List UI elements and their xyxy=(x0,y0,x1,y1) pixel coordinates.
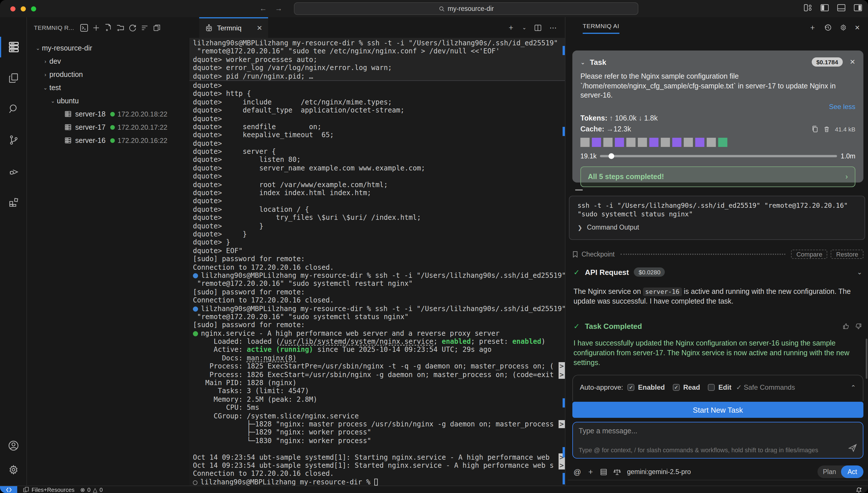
auto-approve-option-read[interactable]: ✓Read xyxy=(673,383,700,391)
new-folder-icon[interactable] xyxy=(116,23,125,31)
open-terminal-icon[interactable] xyxy=(80,23,88,32)
remote-indicator[interactable] xyxy=(0,486,17,493)
context-slider-knob[interactable] xyxy=(608,153,614,159)
sidebar-item-run-debug[interactable] xyxy=(0,159,27,183)
tree-item-server-18[interactable]: server-18172.20.20.18:22 xyxy=(27,107,189,121)
chevron-up-icon[interactable]: ⌃ xyxy=(851,384,856,391)
tree-item-dev[interactable]: ›dev xyxy=(27,55,189,68)
panel-separator xyxy=(568,480,868,480)
forward-icon[interactable]: → xyxy=(275,4,282,13)
terminal[interactable]: lilzhang90s@MBPLilzhang my-resource-dir … xyxy=(189,38,565,486)
tab-termniq-ai[interactable]: TERMNIQ AI xyxy=(583,22,619,34)
files-resources-status[interactable]: Files+Resources xyxy=(23,486,75,493)
copy-icon[interactable] xyxy=(811,125,819,133)
auto-approve-label: Auto-approve: xyxy=(580,383,623,391)
tree-item-server-16[interactable]: server-16172.20.20.16:22 xyxy=(27,134,189,147)
steps-banner[interactable]: All 5 steps completed! › xyxy=(580,166,855,187)
extensions-icon xyxy=(8,196,19,208)
back-icon[interactable]: ← xyxy=(259,4,267,13)
terminal-line: dquote> xyxy=(189,139,565,148)
thumbs-up-icon[interactable] xyxy=(842,323,850,330)
act-mode-button[interactable]: Act xyxy=(841,466,863,478)
scale-icon[interactable] xyxy=(613,468,621,475)
split-view-icon[interactable] xyxy=(153,24,161,31)
add-icon[interactable] xyxy=(92,24,100,31)
sidebar-item-files[interactable] xyxy=(0,67,27,89)
compare-button[interactable]: Compare xyxy=(791,250,827,259)
context-block xyxy=(695,137,704,147)
message-input[interactable]: Type a message... Type @ for context, / … xyxy=(572,422,863,458)
add-context-icon[interactable]: ＋ xyxy=(587,467,594,477)
sidebar-item-resources[interactable] xyxy=(0,36,27,59)
checkbox[interactable]: ✓ xyxy=(673,384,680,391)
api-request-row[interactable]: ✓ API Request $0.0280 ⌄ xyxy=(573,267,862,277)
chevron-down-icon[interactable]: ⌄ xyxy=(857,268,862,276)
history-icon[interactable] xyxy=(824,23,832,31)
tree-item-production[interactable]: ›production xyxy=(27,68,189,81)
tree-item-test[interactable]: ⌄test xyxy=(27,81,189,94)
sidebar-item-extensions[interactable] xyxy=(0,191,27,214)
server-icon[interactable] xyxy=(600,468,607,475)
toggle-right-sidebar-icon[interactable] xyxy=(854,4,862,12)
minimize-window-button[interactable] xyxy=(21,6,26,12)
toggle-panel-icon[interactable] xyxy=(837,4,846,12)
sidebar-item-search[interactable] xyxy=(0,98,27,121)
send-icon[interactable] xyxy=(848,443,858,453)
layout-customize-icon[interactable] xyxy=(804,4,812,12)
scrollbar-thumb[interactable] xyxy=(866,339,867,379)
command-decoration-blue[interactable] xyxy=(193,306,198,312)
command-center-search[interactable]: my-resource-dir xyxy=(294,2,638,15)
context-block xyxy=(626,137,635,147)
command-decoration-blue[interactable] xyxy=(193,273,198,278)
safe-commands-label[interactable]: ✓ Safe Commands xyxy=(736,383,795,391)
split-terminal-icon[interactable] xyxy=(534,24,542,31)
zoom-window-button[interactable] xyxy=(31,6,36,12)
close-panel-icon[interactable]: ✕ xyxy=(855,24,860,31)
tab-termniq[interactable]: Termniq ✕ xyxy=(199,17,268,38)
terminal-line: Process: 1825 ExecStartPre=/usr/sbin/ngi… xyxy=(189,362,565,370)
collapse-task-icon[interactable]: ⌄ xyxy=(580,59,585,65)
context-slider[interactable] xyxy=(600,155,837,157)
restore-button[interactable]: Restore xyxy=(831,250,863,259)
settings-button[interactable] xyxy=(0,458,27,481)
gear-icon[interactable] xyxy=(839,23,847,31)
more-actions-icon[interactable]: ⋯ xyxy=(549,23,557,32)
tab-close-icon[interactable]: ✕ xyxy=(257,24,262,32)
collapse-all-icon[interactable] xyxy=(141,24,149,31)
plan-mode-button[interactable]: Plan xyxy=(818,468,841,475)
ai-panel-header: TERMNIQ AI ＋ ✕ xyxy=(568,17,868,38)
auto-approve-option-edit[interactable]: Edit xyxy=(708,383,732,391)
resource-tree[interactable]: ⌄my-resource-dir›dev›production⌄test⌄ubu… xyxy=(27,41,189,147)
checkbox[interactable] xyxy=(708,384,715,391)
tree-item-server-17[interactable]: server-17172.20.20.17:22 xyxy=(27,121,189,134)
terminal-line: Memory: 2.5M (peak: 2.8M) xyxy=(189,395,565,404)
mention-icon[interactable]: @ xyxy=(573,468,581,476)
trash-icon[interactable] xyxy=(824,125,830,133)
command-output-toggle[interactable]: ❯ Command Output xyxy=(577,224,856,231)
close-task-icon[interactable]: ✕ xyxy=(850,58,855,66)
notifications-bell[interactable] xyxy=(855,487,862,493)
tree-item-ubuntu[interactable]: ⌄ubuntu xyxy=(27,94,189,107)
terminal-dropdown-icon[interactable]: ⌄ xyxy=(522,25,526,30)
close-window-button[interactable] xyxy=(10,6,16,12)
start-new-task-button[interactable]: Start New Task xyxy=(572,402,863,418)
model-selector[interactable]: gemini:gemini-2.5-pro xyxy=(627,468,691,475)
tree-item-my-resource-dir[interactable]: ⌄my-resource-dir xyxy=(27,41,189,55)
auto-approve-option-enabled[interactable]: ✓Enabled xyxy=(628,383,665,391)
mode-toggle[interactable]: Plan Act xyxy=(818,466,863,478)
command-decoration-green[interactable] xyxy=(193,331,198,336)
toggle-sidebar-icon[interactable] xyxy=(820,4,829,12)
new-file-icon[interactable] xyxy=(104,23,112,31)
new-chat-icon[interactable]: ＋ xyxy=(809,22,816,33)
checkbox[interactable]: ✓ xyxy=(628,384,635,391)
thumbs-down-icon[interactable] xyxy=(855,323,862,330)
refresh-icon[interactable] xyxy=(129,23,136,31)
chevron-right-icon: › xyxy=(41,71,49,77)
see-less-link[interactable]: See less xyxy=(580,103,855,110)
panel-divider[interactable] xyxy=(565,17,568,486)
sidebar-item-source-control[interactable] xyxy=(0,129,27,151)
new-terminal-icon[interactable]: ＋ xyxy=(507,22,515,33)
command-decoration-hollow[interactable] xyxy=(193,480,197,485)
account-button[interactable] xyxy=(0,434,27,457)
problems-status[interactable]: ⊗0 △0 xyxy=(80,487,103,493)
